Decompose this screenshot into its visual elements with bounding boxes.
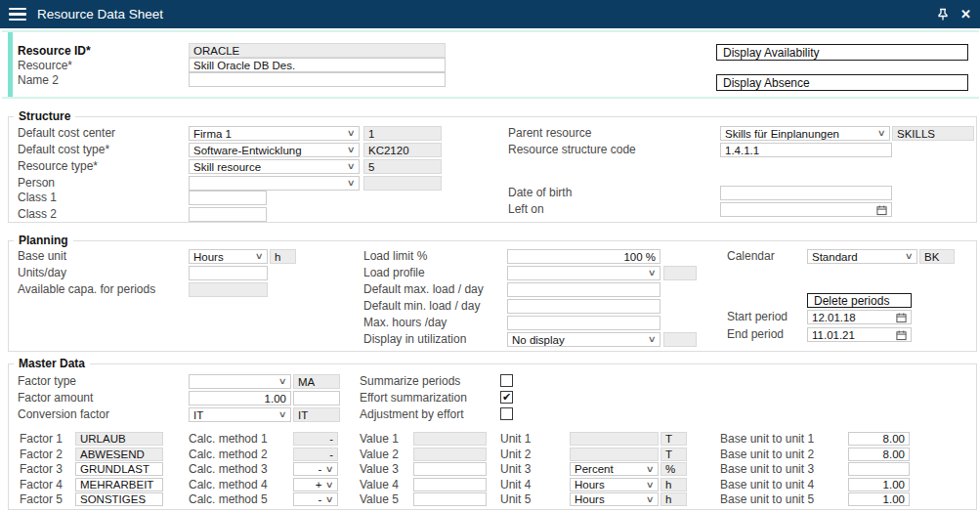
pin-icon[interactable] [936, 7, 950, 21]
adjustment-by-effort-checkbox[interactable] [500, 407, 513, 420]
chevron-down-icon: ∨ [646, 495, 655, 504]
display-util-code-field [663, 332, 697, 347]
unit-4-select[interactable]: Hours∨ [570, 478, 659, 491]
value-2-label: Value 2 [360, 448, 399, 462]
calc-method-3-select[interactable]: -∨ [293, 462, 338, 476]
menu-icon[interactable] [9, 8, 26, 21]
chevron-down-icon: ∨ [347, 146, 356, 154]
chevron-down-icon: ∨ [646, 481, 655, 490]
start-period-field[interactable]: 12.01.18 [807, 310, 912, 324]
factor-5-field[interactable]: SONSTIGES [75, 492, 163, 506]
load-limit-label: Load limit % [363, 249, 427, 264]
chevron-down-icon: ∨ [347, 129, 356, 138]
conversion-factor-select[interactable]: IT∨ [189, 407, 291, 422]
unit-5-select[interactable]: Hours∨ [570, 492, 659, 506]
value-1-label: Value 1 [360, 432, 399, 447]
value-4-field[interactable] [413, 478, 487, 491]
start-period-label: Start period [727, 310, 788, 324]
unit-2-code-field: T [660, 448, 687, 461]
factor-5-label: Factor 5 [20, 492, 63, 507]
chevron-down-icon: ∨ [278, 410, 287, 419]
factor-2-field: ABWESEND [75, 448, 163, 461]
factor-amount-extra-field[interactable] [293, 391, 340, 405]
base-unit-select[interactable]: Hours∨ [189, 249, 268, 264]
class2-field[interactable] [189, 207, 267, 222]
close-icon[interactable]: ✕ [960, 7, 971, 21]
factor-3-field[interactable]: GRUNDLAST [75, 462, 163, 476]
max-load-field[interactable] [507, 282, 660, 297]
accent-line-bottom [2, 97, 979, 99]
value-2-field [413, 448, 487, 461]
date-of-birth-field[interactable] [720, 186, 892, 200]
calc-method-1-label: Calc. method 1 [189, 432, 268, 447]
chevron-down-icon: ∨ [325, 481, 334, 490]
value-5-label: Value 5 [360, 492, 399, 507]
unit-1-code-field: T [660, 432, 687, 446]
display-absence-button[interactable]: Display Absence [716, 74, 968, 91]
calendar-icon[interactable] [876, 204, 887, 216]
chevron-down-icon: ∨ [347, 179, 356, 188]
adjustment-by-effort-label: Adjustment by effort [360, 407, 464, 422]
parent-resource-label: Parent resource [508, 126, 591, 141]
load-limit-field[interactable]: 100 % [507, 249, 660, 264]
class1-field[interactable] [189, 191, 267, 205]
name2-field[interactable] [189, 72, 446, 87]
base-unit-to-unit-1-label: Base unit to unit 1 [720, 432, 814, 447]
calendar-icon[interactable] [896, 329, 907, 341]
base-unit-to-unit-4-field[interactable]: 1.00 [848, 478, 910, 491]
structure-code-field[interactable]: 1.4.1.1 [720, 143, 892, 157]
value-1-field [413, 432, 487, 446]
units-day-field[interactable] [189, 266, 268, 280]
effort-summarization-checkbox[interactable]: ✔ [500, 391, 513, 404]
unit-5-code-field: h [660, 492, 687, 506]
name2-label: Name 2 [18, 73, 59, 88]
resource-id-label: Resource ID* [18, 44, 91, 59]
calc-method-5-select[interactable]: -∨ [293, 492, 338, 506]
person-select[interactable]: ∨ [189, 176, 360, 191]
delete-periods-button[interactable]: Delete periods [807, 293, 912, 308]
calendar-label: Calendar [727, 249, 775, 264]
person-label: Person [18, 176, 55, 191]
base-unit-to-unit-2-field[interactable]: 8.00 [848, 448, 910, 461]
cost-center-select[interactable]: Firma 1∨ [189, 126, 360, 141]
max-hours-label: Max. hours /day [363, 316, 447, 330]
calc-method-1-field: - [293, 432, 338, 446]
min-load-field[interactable] [507, 299, 660, 314]
resource-label: Resource* [18, 59, 72, 73]
parent-resource-select[interactable]: Skills für Einplanungen∨ [720, 126, 890, 141]
end-period-field[interactable]: 11.01.21 [807, 327, 912, 342]
value-3-field[interactable] [413, 462, 487, 476]
chevron-down-icon: ∨ [325, 465, 334, 474]
accent-bar-left [8, 32, 13, 97]
left-on-field[interactable] [720, 202, 892, 217]
calc-method-4-label: Calc. method 4 [189, 478, 268, 492]
calendar-icon[interactable] [896, 312, 907, 323]
value-5-field[interactable] [413, 492, 487, 506]
factor-type-select[interactable]: ∨ [189, 374, 291, 389]
conversion-factor-label: Conversion factor [18, 407, 109, 422]
resource-type-select[interactable]: Skill resource∨ [189, 159, 360, 174]
max-hours-field[interactable] [507, 316, 660, 330]
master-data-title: Master Data [14, 357, 90, 370]
base-unit-to-unit-1-field[interactable]: 8.00 [848, 432, 910, 446]
planning-title: Planning [14, 234, 73, 247]
factor-amount-field[interactable]: 1.00 [189, 391, 291, 405]
chevron-down-icon: ∨ [278, 377, 287, 386]
base-unit-to-unit-5-field[interactable]: 1.00 [848, 492, 910, 506]
window-title: Resource Data Sheet [37, 7, 163, 21]
calendar-select[interactable]: Standard∨ [807, 249, 917, 264]
load-profile-select[interactable]: ∨ [507, 266, 660, 280]
calc-method-4-select[interactable]: +∨ [293, 478, 338, 491]
display-availability-button[interactable]: Display Availability [716, 44, 968, 61]
display-util-select[interactable]: No display∨ [507, 332, 660, 347]
date-of-birth-label: Date of birth [508, 186, 572, 200]
base-unit-to-unit-3-field[interactable] [848, 462, 910, 476]
factor-4-field[interactable]: MEHRARBEIT [75, 478, 163, 491]
max-load-label: Default max. load / day [363, 282, 484, 297]
unit-3-select[interactable]: Percent∨ [570, 462, 659, 476]
resource-name-field[interactable]: Skill Oracle DB Des. [189, 58, 446, 72]
resource-type-label: Resource type* [18, 159, 98, 174]
summarize-periods-checkbox[interactable] [500, 374, 513, 387]
factor-type-code-field: MA [293, 374, 340, 389]
cost-type-select[interactable]: Software-Entwicklung∨ [189, 143, 360, 157]
